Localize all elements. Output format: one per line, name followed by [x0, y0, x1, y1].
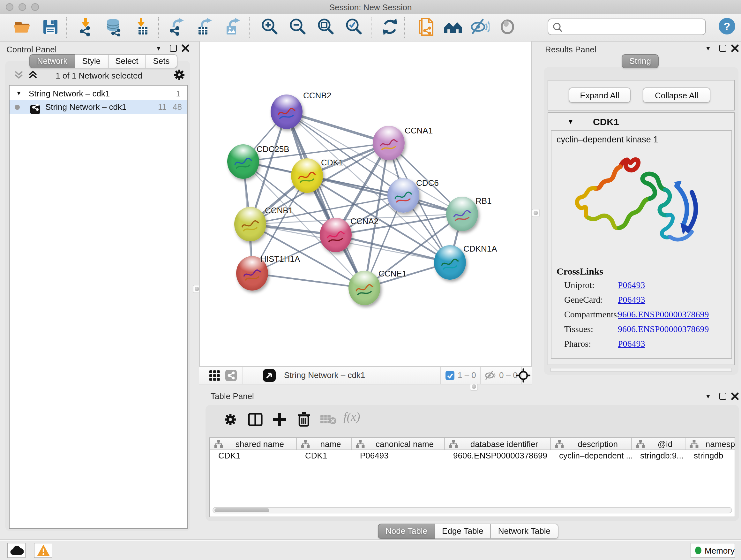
search-field[interactable]	[565, 20, 701, 35]
table-hscrollbar-thumb[interactable]	[214, 508, 269, 512]
network-node-cdc25b[interactable]	[227, 144, 259, 179]
table-cell[interactable]: P06493	[352, 450, 445, 462]
tab-select[interactable]: Select	[108, 54, 146, 68]
cloud-status-button[interactable]	[7, 543, 25, 558]
network-node-ccne1[interactable]	[348, 271, 381, 305]
panel-close-icon[interactable]	[731, 392, 739, 400]
table-cell[interactable]: stringdb	[685, 450, 735, 462]
fit-selected-crosshair-icon[interactable]	[516, 368, 530, 382]
export-table-icon[interactable]	[195, 17, 214, 37]
network-node-cdkn1a[interactable]	[434, 245, 466, 280]
table-cell[interactable]: 9606.ENSP00000378699	[445, 450, 551, 462]
memory-button[interactable]: Memory	[690, 543, 735, 558]
toolbar-search-input[interactable]	[548, 18, 706, 35]
create-column-icon[interactable]	[272, 412, 287, 427]
table-header-row: shared namenamecanonical namedatabase id…	[210, 438, 735, 450]
network-collection-label: String Network – cdk1	[29, 89, 110, 98]
network-node-ccnb1[interactable]	[234, 207, 266, 241]
table-cell[interactable]: stringdb:9...	[632, 450, 685, 462]
tab-network-table[interactable]: Network Table	[491, 523, 558, 539]
network-node-rb1[interactable]	[446, 197, 478, 231]
import-table-file-icon[interactable]	[133, 17, 152, 37]
network-edge[interactable]	[252, 273, 364, 288]
network-edge[interactable]	[336, 235, 450, 262]
tab-node-table[interactable]: Node Table	[378, 523, 435, 539]
show-all-icon[interactable]	[498, 17, 517, 37]
network-canvas[interactable]: CCNB2CCNA1CDC25BCDK1CDC6RB1CCNB1CCNA2CDK…	[199, 41, 532, 367]
expand-all-button[interactable]: Expand All	[569, 87, 630, 103]
tab-network[interactable]: Network	[29, 54, 75, 68]
panel-float-icon[interactable]	[719, 45, 726, 52]
zoom-out-icon[interactable]	[288, 17, 307, 37]
results-scrollbar-track[interactable]	[550, 368, 732, 372]
tab-sets[interactable]: Sets	[146, 54, 177, 68]
view-share-icon[interactable]	[225, 370, 237, 381]
expand-all-networks-icon[interactable]	[28, 70, 38, 79]
table-settings-gear-icon[interactable]	[223, 413, 238, 427]
column-header-description[interactable]: description	[551, 438, 632, 449]
column-header-namespace[interactable]: namespace	[685, 438, 735, 449]
network-node-ccna1[interactable]	[373, 126, 405, 160]
tree-expander-icon[interactable]: ▼	[16, 90, 22, 97]
delete-column-trash-icon[interactable]	[296, 411, 312, 427]
tab-string[interactable]: String	[622, 54, 659, 68]
warning-status-button[interactable]	[34, 543, 52, 558]
selected-checkbox-icon[interactable]	[446, 371, 455, 380]
table-hscrollbar-track[interactable]	[212, 507, 732, 513]
collapse-all-button[interactable]: Collapse All	[643, 87, 711, 103]
column-header-shared-name[interactable]: shared name	[210, 438, 297, 449]
panel-collapse-icon[interactable]: ▼	[705, 393, 711, 400]
import-network-file-icon[interactable]	[77, 17, 96, 37]
show-columns-icon[interactable]	[248, 412, 263, 427]
crosslink-link[interactable]: P06493	[618, 295, 645, 305]
column-header--id[interactable]: @id	[632, 438, 685, 449]
panel-close-icon[interactable]	[181, 44, 190, 52]
network-row-selected[interactable]: String Network – cdk1 11 48	[10, 100, 187, 114]
share-session-file-icon[interactable]	[416, 17, 435, 37]
table-cell[interactable]: CDK1	[210, 450, 297, 462]
table-row[interactable]: CDK1CDK1P064939606.ENSP00000378699cyclin…	[210, 450, 735, 462]
panel-close-icon[interactable]	[731, 44, 739, 52]
network-node-cdc6[interactable]	[387, 178, 419, 212]
column-header-canonical-name[interactable]: canonical name	[352, 438, 445, 449]
export-network-icon[interactable]	[167, 17, 186, 37]
column-header-name[interactable]: name	[297, 438, 352, 449]
crosslink-link[interactable]: 9606.ENSP00000378699	[618, 324, 709, 334]
hide-selected-icon[interactable]	[470, 17, 489, 37]
table-cell[interactable]: cyclin–dependent ...	[551, 450, 632, 462]
right-splitter-handle[interactable]	[532, 209, 540, 217]
view-grid-icon[interactable]	[209, 370, 220, 381]
refresh-icon[interactable]	[381, 17, 400, 37]
save-session-icon[interactable]	[41, 17, 60, 37]
open-session-icon[interactable]	[13, 17, 32, 37]
network-options-gear-icon[interactable]	[174, 69, 185, 80]
crosslink-link[interactable]: P06493	[618, 339, 645, 349]
network-node-cdk1[interactable]	[291, 159, 323, 193]
import-network-database-icon[interactable]	[105, 17, 124, 37]
panel-collapse-icon[interactable]: ▼	[156, 45, 161, 52]
panel-collapse-icon[interactable]: ▼	[705, 45, 711, 52]
table-cell[interactable]: CDK1	[297, 450, 352, 462]
gene-section-expander-icon[interactable]: ▼	[567, 118, 574, 125]
string-home-icon[interactable]	[444, 17, 463, 37]
crosslink-link[interactable]: P06493	[618, 280, 645, 291]
zoom-selected-icon[interactable]	[344, 17, 363, 37]
crosslink-link[interactable]: 9606.ENSP00000378699	[618, 310, 709, 320]
collapse-all-networks-icon[interactable]	[14, 70, 23, 79]
zoom-in-icon[interactable]	[260, 17, 279, 37]
network-node-ccna2[interactable]	[320, 218, 352, 252]
export-image-icon[interactable]	[223, 17, 243, 37]
network-node-ccnb2[interactable]	[271, 95, 302, 129]
protein-structure-thumbnail	[232, 153, 254, 172]
tab-edge-table[interactable]: Edge Table	[435, 523, 491, 539]
panel-float-icon[interactable]	[719, 393, 726, 400]
birds-eye-view-icon[interactable]	[263, 369, 276, 382]
network-node-label: CDC6	[416, 178, 439, 188]
title-bar[interactable]: Session: New Session	[0, 0, 741, 15]
help-icon[interactable]: ?	[718, 17, 737, 36]
panel-float-icon[interactable]	[170, 45, 177, 52]
column-header-database-identifier[interactable]: database identifier	[445, 438, 551, 449]
zoom-fit-icon[interactable]	[316, 17, 335, 37]
tab-style[interactable]: Style	[75, 54, 108, 68]
network-collection-row[interactable]: ▼ String Network – cdk1 1	[10, 88, 187, 100]
